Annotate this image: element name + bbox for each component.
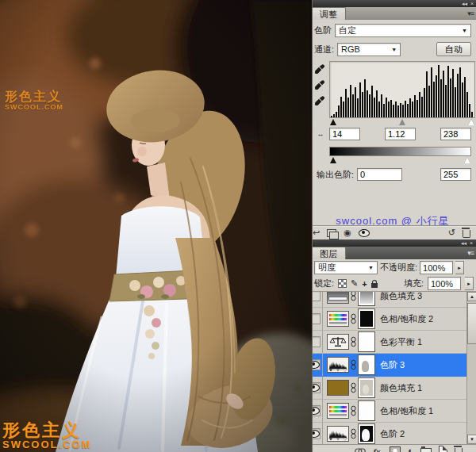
fill-spinner[interactable]: ▸ xyxy=(465,277,474,290)
layer-row[interactable]: 色相/饱和度 1 xyxy=(313,400,466,423)
new-adjustment-layer-icon[interactable]: ◐ xyxy=(408,446,413,452)
layer-visibility-toggle[interactable] xyxy=(313,354,323,376)
visibility-well[interactable] xyxy=(313,336,321,347)
visibility-well[interactable] xyxy=(313,428,321,439)
layer-thumbnail[interactable] xyxy=(327,357,349,373)
layer-mask-thumbnail[interactable] xyxy=(358,308,375,329)
blend-options-row: 明度 ▼ 不透明度: 100% ▸ xyxy=(313,259,476,276)
opacity-label: 不透明度: xyxy=(380,262,417,274)
layer-visibility-toggle[interactable] xyxy=(313,400,323,422)
opacity-spinner[interactable]: ▸ xyxy=(455,261,464,274)
output-shadow-slider[interactable] xyxy=(330,157,336,163)
preset-dropdown[interactable]: 自定 ▼ xyxy=(335,24,471,37)
delete-layer-icon[interactable] xyxy=(455,448,463,452)
layer-visibility-toggle[interactable] xyxy=(313,377,323,399)
mask-link-icon[interactable] xyxy=(350,382,357,393)
layer-name: 色相/饱和度 1 xyxy=(380,405,433,417)
levels-adjustment-content: 色阶 自定 ▼ 通道: RGB ▼ 自动 xyxy=(313,20,476,239)
collapse-panel-icon[interactable]: ◂◂ xyxy=(461,240,466,247)
output-highlight-field[interactable] xyxy=(440,168,471,181)
mask-link-icon[interactable] xyxy=(350,291,357,301)
close-panel-icon[interactable]: × xyxy=(470,240,473,246)
close-panel-icon[interactable]: × xyxy=(470,1,474,6)
tab-adjustments[interactable]: 调整 xyxy=(313,7,346,20)
panel-menu-icon[interactable]: ▾≡ xyxy=(467,10,474,17)
chevron-down-icon: ▼ xyxy=(363,265,374,270)
layer-mask-thumbnail[interactable] xyxy=(358,377,375,398)
reset-adjustment-icon[interactable]: ↺ xyxy=(448,228,455,237)
layer-row[interactable]: 色相/饱和度 2 xyxy=(313,308,466,331)
visibility-well[interactable] xyxy=(313,313,321,324)
layer-name: 颜色填充 3 xyxy=(380,291,422,302)
mask-link-icon[interactable] xyxy=(350,405,357,416)
white-point-eyedropper-icon[interactable] xyxy=(314,96,324,106)
layer-visibility-toggle[interactable] xyxy=(313,331,323,353)
visibility-well[interactable] xyxy=(313,291,321,301)
auto-button[interactable]: 自动 xyxy=(436,42,471,56)
visibility-well[interactable] xyxy=(313,405,321,416)
layer-thumbnail[interactable] xyxy=(327,291,349,304)
toggle-visibility-eye-icon[interactable] xyxy=(359,229,370,237)
highlight-input-field[interactable] xyxy=(440,128,471,140)
midtone-input-slider[interactable] xyxy=(399,119,405,125)
output-highlight-slider[interactable] xyxy=(464,157,470,163)
mask-link-icon[interactable] xyxy=(350,359,357,370)
gray-point-eyedropper-icon[interactable] xyxy=(314,80,324,90)
layer-row[interactable]: 色彩平衡 1 xyxy=(313,331,466,354)
layer-visibility-toggle[interactable] xyxy=(313,423,323,444)
lock-transparency-icon[interactable] xyxy=(338,279,347,288)
scroll-up-arrow[interactable]: ▲ xyxy=(467,292,476,301)
gamma-input-field[interactable] xyxy=(385,128,416,140)
visibility-well[interactable] xyxy=(313,382,321,393)
add-layer-mask-icon[interactable] xyxy=(390,446,401,452)
layer-row[interactable]: 色阶 3 xyxy=(313,354,466,377)
expanded-view-icon[interactable] xyxy=(327,229,336,237)
mask-link-icon[interactable] xyxy=(350,336,357,347)
new-group-icon[interactable] xyxy=(420,448,432,452)
layer-mask-thumbnail[interactable] xyxy=(358,400,375,421)
blend-mode-dropdown[interactable]: 明度 ▼ xyxy=(314,261,378,274)
return-to-adjustment-list-icon[interactable]: ↩ xyxy=(313,228,320,237)
layer-row[interactable]: 颜色填充 1 xyxy=(313,377,466,400)
layer-row[interactable]: 颜色填充 3 xyxy=(313,291,466,308)
mask-link-icon[interactable] xyxy=(350,428,357,439)
collapse-panel-icon[interactable]: ◂◂ xyxy=(462,1,467,7)
layer-mask-thumbnail[interactable] xyxy=(358,331,375,352)
layer-mask-thumbnail[interactable] xyxy=(358,291,375,306)
layer-thumbnail[interactable] xyxy=(327,403,349,419)
layer-row[interactable]: 色阶 2 xyxy=(313,423,466,444)
lock-pixels-brush-icon[interactable]: ✎ xyxy=(351,278,358,289)
mask-link-icon[interactable] xyxy=(350,313,357,324)
delete-adjustment-icon[interactable] xyxy=(463,230,470,238)
layer-mask-thumbnail[interactable] xyxy=(358,423,375,444)
output-shadow-field[interactable] xyxy=(357,168,402,181)
tab-layers[interactable]: 图层 xyxy=(313,247,346,259)
shadow-input-slider[interactable] xyxy=(330,119,336,125)
layer-visibility-toggle[interactable] xyxy=(313,308,323,330)
visibility-well[interactable] xyxy=(313,359,321,370)
link-layers-icon[interactable] xyxy=(355,448,366,452)
layer-thumbnail[interactable] xyxy=(327,334,349,350)
layer-mask-thumbnail[interactable] xyxy=(358,354,375,375)
black-point-eyedropper-icon[interactable] xyxy=(314,64,324,75)
shadow-input-field[interactable] xyxy=(329,128,360,140)
panel-menu-icon[interactable]: ▾≡ xyxy=(467,249,474,257)
lock-all-icon[interactable] xyxy=(371,283,378,288)
highlight-input-slider[interactable] xyxy=(468,119,474,125)
layer-thumbnail[interactable] xyxy=(327,380,349,396)
new-layer-icon[interactable] xyxy=(439,446,447,452)
layer-thumbnail[interactable] xyxy=(327,426,349,442)
layer-thumbnail[interactable] xyxy=(327,311,349,327)
scroll-down-arrow[interactable]: ▼ xyxy=(467,435,476,444)
lock-position-icon[interactable]: + xyxy=(362,279,367,289)
layer-style-icon[interactable]: fx. xyxy=(373,446,382,452)
channel-dropdown[interactable]: RGB ▼ xyxy=(337,43,401,56)
layers-scrollbar[interactable]: ▲ ▼ xyxy=(466,292,476,444)
targeted-adjustment-tool-icon[interactable]: ↔ xyxy=(314,128,327,140)
opacity-field[interactable]: 100% xyxy=(420,261,453,274)
fill-field[interactable]: 100% xyxy=(428,277,461,290)
scrollbar-thumb[interactable] xyxy=(467,303,476,344)
input-sliders xyxy=(329,118,475,126)
layer-visibility-toggle[interactable] xyxy=(313,291,323,307)
clip-to-layer-icon[interactable]: ◉ xyxy=(344,228,351,237)
